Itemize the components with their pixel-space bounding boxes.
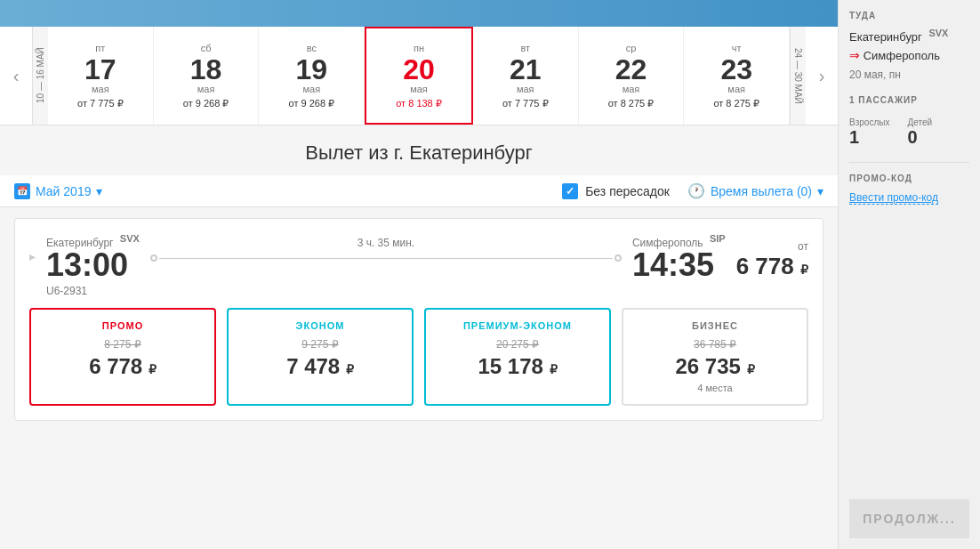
date-dropdown-icon: ▾ (96, 184, 102, 198)
fare-box-promo[interactable]: ПРОМО 8 275 ₽ 6 778 ₽ (29, 308, 216, 406)
flight-number: U6-2931 (46, 285, 140, 297)
fare-box-economy[interactable]: ЭКОНОМ 9 275 ₽ 7 478 ₽ (227, 308, 414, 406)
section-title: Вылет из г. Екатеринбург (0, 125, 838, 175)
price-main: 6 778 ₽ (736, 253, 808, 280)
adults-count: Взрослых 1 (849, 117, 889, 148)
filter-nonstop[interactable]: Без пересадок (562, 183, 670, 199)
continue-button[interactable]: ПРОДОЛЖ... (849, 499, 969, 538)
date-cell-21[interactable]: вт 21 мая от 7 775 ₽ (473, 27, 579, 125)
fare-box-premium[interactable]: ПРЕМИУМ-ЭКОНОМ 20 275 ₽ 15 178 ₽ (424, 308, 611, 406)
route-date: 20 мая, пн (849, 69, 969, 81)
passengers-section: 1 ПАССАЖИР Взрослых 1 Детей 0 (849, 95, 969, 148)
route-arrow-icon: ⇒ (849, 48, 860, 62)
date-cell-18[interactable]: сб 18 мая от 9 268 ₽ (154, 27, 260, 125)
clock-icon: 🕐 (687, 182, 705, 199)
promo-section: ПРОМО-КОД Ввести промо-код (849, 162, 969, 205)
dates-container: пт 17 мая от 7 775 ₽ сб 18 мая от 9 268 … (48, 27, 790, 125)
depart-time: 13:00 (46, 249, 140, 281)
flight-price-summary: от 6 778 ₽ (736, 233, 808, 280)
passengers-row: Взрослых 1 Детей 0 (849, 117, 969, 148)
filter-time[interactable]: 🕐 Время вылета (0) ▾ (687, 182, 823, 199)
next-date-btn[interactable]: › (806, 27, 838, 125)
duration-dot-right (615, 254, 622, 262)
filters-bar: 📅 Май 2019 ▾ Без пересадок 🕐 Время вылет… (0, 175, 838, 207)
date-cell-17[interactable]: пт 17 мая от 7 775 ₽ (48, 27, 154, 125)
flight-direction-arrow: ▸ (29, 249, 36, 263)
calendar-icon: 📅 (14, 183, 30, 199)
time-dropdown-icon: ▾ (817, 184, 823, 198)
flight-card: ▸ Екатеринбург SVX 13:00 U6-2931 3 ч. 35… (14, 218, 823, 421)
promo-link[interactable]: Ввести промо-код (849, 191, 938, 205)
date-cell-22[interactable]: ср 22 мая от 8 275 ₽ (579, 27, 685, 125)
destination-section: ТУДА Екатеринбург SVX ⇒ Симферополь 20 м… (849, 11, 969, 81)
flight-from: Екатеринбург SVX 13:00 U6-2931 (46, 233, 140, 297)
side-label-right: 24 — 30 МАЙ (790, 27, 806, 125)
fare-box-business[interactable]: БИЗНЕС 36 785 ₽ 26 735 ₽ 4 места (622, 308, 808, 406)
side-label-left: 10 — 16 МАЙ (32, 27, 48, 125)
flight-to: Симферополь SIP 14:35 (632, 233, 726, 281)
flight-header: ▸ Екатеринбург SVX 13:00 U6-2931 3 ч. 35… (29, 233, 808, 297)
arrive-time: 14:35 (632, 249, 726, 281)
date-cell-19[interactable]: вс 19 мая от 9 268 ₽ (259, 27, 365, 125)
sidebar: ТУДА Екатеринбург SVX ⇒ Симферополь 20 м… (838, 0, 980, 549)
duration-dot-left (150, 254, 157, 262)
route-display: Екатеринбург SVX ⇒ Симферополь (849, 26, 969, 65)
date-cell-23[interactable]: чт 23 мая от 8 275 ₽ (684, 27, 790, 125)
filter-date[interactable]: 📅 Май 2019 ▾ (14, 183, 102, 199)
date-cell-20[interactable]: пн 20 мая от 8 138 ₽ (365, 27, 473, 125)
duration-line (150, 254, 622, 262)
date-selector: ‹ 10 — 16 МАЙ пт 17 мая от 7 775 ₽ сб 18… (0, 27, 838, 125)
children-count: Детей 0 (907, 117, 932, 148)
nonstop-checkbox[interactable] (562, 183, 578, 199)
fare-classes: ПРОМО 8 275 ₽ 6 778 ₽ ЭКОНОМ 9 275 ₽ 7 4… (29, 308, 808, 406)
flight-duration: 3 ч. 35 мин. (150, 233, 622, 262)
prev-date-btn[interactable]: ‹ (0, 27, 32, 125)
top-image-strip (0, 0, 838, 27)
